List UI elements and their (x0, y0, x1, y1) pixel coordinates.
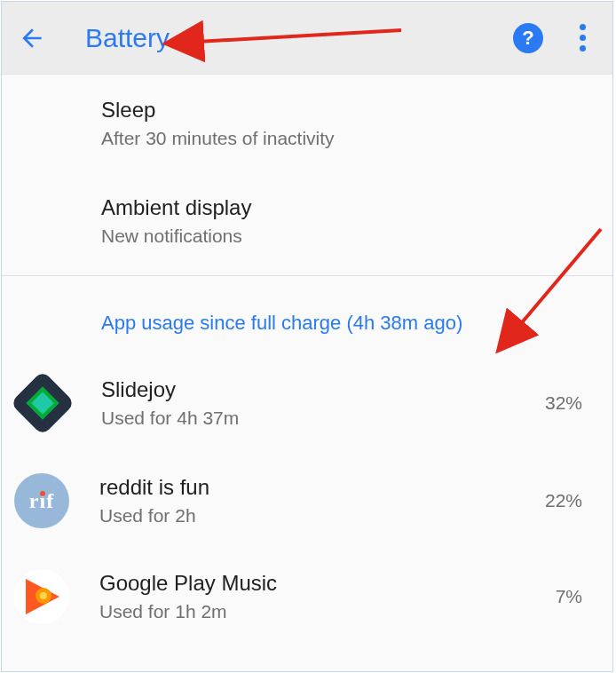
dot-icon (580, 45, 586, 51)
setting-row-ambient[interactable]: Ambient display New notifications (2, 176, 612, 275)
google-play-music-icon (14, 569, 69, 624)
setting-subtitle: New notifications (101, 226, 591, 247)
slidejoy-icon (10, 370, 75, 436)
setting-title: Ambient display (101, 195, 591, 220)
app-usage-row-gpm[interactable]: Google Play Music Used for 1h 2m 7% (2, 550, 612, 626)
arrow-back-icon (18, 24, 46, 52)
help-icon: ? (522, 27, 533, 50)
app-percent: 32% (545, 392, 582, 414)
app-name: Google Play Music (99, 571, 556, 596)
dot-icon (580, 24, 586, 30)
app-usage-row-slidejoy[interactable]: Slidejoy Used for 4h 37m 32% (2, 354, 612, 452)
app-name: reddit is fun (99, 475, 545, 500)
page-title: Battery (85, 23, 170, 53)
app-percent: 7% (556, 586, 582, 607)
setting-title: Sleep (101, 98, 591, 123)
app-usage: Used for 1h 2m (99, 601, 556, 622)
svg-point-1 (40, 592, 47, 599)
app-usage-row-rif[interactable]: rif reddit is fun Used for 2h 22% (2, 452, 612, 550)
app-bar: Battery ? (2, 2, 612, 75)
reddit-is-fun-icon: rif (14, 473, 69, 528)
setting-row-sleep[interactable]: Sleep After 30 minutes of inactivity (2, 75, 612, 176)
help-button[interactable]: ? (513, 23, 543, 53)
section-header-app-usage: App usage since full charge (4h 38m ago) (2, 276, 612, 354)
app-percent: 22% (545, 490, 582, 511)
back-button[interactable] (9, 15, 55, 61)
dot-icon (580, 35, 586, 41)
app-name: Slidejoy (101, 377, 545, 402)
overflow-menu-button[interactable] (570, 17, 595, 59)
setting-subtitle: After 30 minutes of inactivity (101, 128, 591, 149)
app-usage: Used for 4h 37m (101, 408, 545, 429)
app-usage: Used for 2h (99, 505, 545, 527)
